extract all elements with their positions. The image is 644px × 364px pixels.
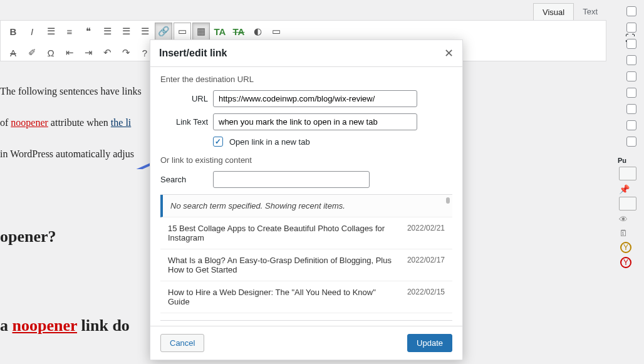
link-icon[interactable]: 🔗: [155, 23, 172, 40]
url-input[interactable]: [213, 90, 417, 107]
checkbox[interactable]: [626, 120, 636, 130]
linktext-label: Link Text: [160, 117, 208, 127]
scrollbar-thumb[interactable]: [446, 197, 450, 204]
checkbox[interactable]: [626, 55, 636, 65]
section-label: Or link to existing content: [160, 155, 452, 165]
result-title: 15 Best Collage Apps to Create Beautiful…: [168, 224, 400, 242]
checkbox[interactable]: [626, 39, 636, 49]
checkbox[interactable]: [626, 23, 636, 33]
outdent-icon[interactable]: ⇤: [61, 44, 78, 61]
align-center-icon[interactable]: ☰: [117, 23, 135, 40]
checkbox[interactable]: [626, 6, 636, 16]
key-icon: 📌: [619, 184, 640, 194]
newtab-label: Open link in a new tab: [229, 137, 310, 147]
ta-icon-2[interactable]: TA: [230, 23, 247, 40]
sidebar-button[interactable]: [619, 167, 636, 180]
strikethrough-icon[interactable]: A: [4, 44, 22, 61]
section-label: Enter the destination URL: [160, 75, 452, 84]
calendar-icon[interactable]: ▭: [267, 23, 285, 40]
search-input[interactable]: [213, 171, 370, 188]
text: noopener: [11, 117, 48, 128]
checkbox[interactable]: [626, 137, 636, 147]
calendar-icon: 🗓: [619, 228, 640, 238]
undo-icon[interactable]: ↶: [98, 44, 116, 61]
text: attribute when: [48, 117, 111, 128]
result-item[interactable]: How to Hire a Web Designer: The "All You…: [160, 281, 452, 313]
align-left-icon[interactable]: ☰: [98, 23, 116, 40]
ol-icon[interactable]: ≡: [61, 23, 78, 40]
results-hint: No search term specified. Showing recent…: [160, 195, 452, 217]
ta-icon-1[interactable]: TA: [211, 23, 229, 40]
publish-heading: Pu: [618, 157, 640, 164]
tab-text[interactable]: Text: [574, 3, 606, 21]
chart-icon[interactable]: ◐: [249, 23, 266, 40]
search-label: Search: [160, 175, 208, 184]
text: The following sentences have links: [0, 86, 142, 96]
clear-format-icon[interactable]: ✐: [23, 44, 41, 61]
results-list[interactable]: No search term specified. Showing recent…: [160, 195, 452, 320]
checkbox[interactable]: [626, 71, 636, 81]
tab-visual[interactable]: Visual: [533, 3, 574, 21]
insert-link-dialog: Insert/edit link ✕ Enter the destination…: [150, 39, 463, 360]
indent-icon[interactable]: ⇥: [80, 44, 97, 61]
result-title: Wix Review: Is Wix the Right Website Bui…: [168, 320, 400, 320]
checkbox[interactable]: [626, 104, 636, 114]
result-item[interactable]: What Is a Blog? An Easy-to-Grasp Definit…: [160, 249, 452, 281]
result-date: 2022/02/15: [407, 288, 445, 306]
result-date: 2022/02/21: [407, 224, 445, 242]
cancel-button[interactable]: Cancel: [160, 334, 204, 352]
newtab-checkbox[interactable]: ✓: [213, 137, 223, 147]
read-more-icon[interactable]: ▭: [174, 23, 191, 40]
result-title: What Is a Blog? An Easy-to-Grasp Definit…: [168, 256, 400, 274]
redo-icon[interactable]: ↷: [117, 44, 135, 61]
readability-icon: Y: [620, 257, 631, 268]
url-label: URL: [160, 94, 208, 103]
checkbox[interactable]: [626, 88, 636, 98]
result-date: 2022/02/17: [407, 256, 445, 274]
update-button[interactable]: Update: [407, 334, 452, 352]
dialog-title: Insert/edit link: [159, 48, 227, 59]
quote-icon[interactable]: ❝: [80, 23, 97, 40]
close-icon[interactable]: ✕: [444, 46, 454, 60]
visibility-icon: 👁: [619, 214, 640, 224]
result-item[interactable]: Wix Review: Is Wix the Right Website Bui…: [160, 313, 452, 320]
toolbar-toggle-icon[interactable]: ▦: [192, 23, 210, 40]
text: of: [0, 117, 11, 128]
linktext-input[interactable]: [213, 113, 417, 130]
bold-icon[interactable]: B: [4, 23, 22, 40]
result-item[interactable]: 15 Best Collage Apps to Create Beautiful…: [160, 217, 452, 249]
sidebar: Pu 📌 👁 🗓 Y Y: [610, 0, 640, 364]
seo-score-icon: Y: [620, 242, 631, 253]
link[interactable]: the li: [111, 117, 131, 128]
ul-icon[interactable]: ☰: [42, 23, 60, 40]
result-title: How to Hire a Web Designer: The "All You…: [168, 288, 400, 306]
result-date: 2022/02/11: [407, 320, 445, 320]
italic-icon[interactable]: I: [23, 23, 41, 40]
align-right-icon[interactable]: ☰: [136, 23, 153, 40]
text: in WordPress automatically adjus: [0, 148, 134, 159]
special-char-icon[interactable]: Ω: [42, 44, 60, 61]
sidebar-button[interactable]: [619, 197, 636, 211]
